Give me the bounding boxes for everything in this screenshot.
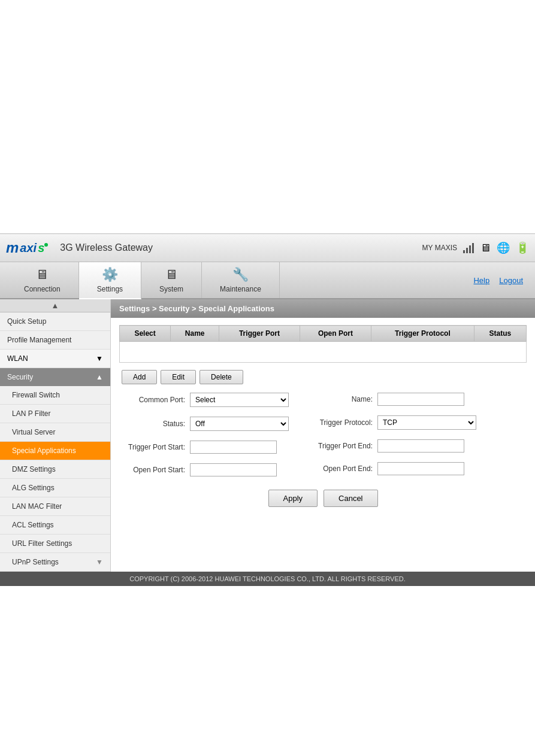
- table-empty-row: [120, 342, 527, 363]
- sidebar-item-virtual-server[interactable]: Virtual Server: [0, 423, 110, 442]
- apply-button[interactable]: Apply: [268, 490, 318, 507]
- col-open-port: Open Port: [300, 326, 371, 342]
- main-layout: ▲ Quick Setup Profile Management WLAN ▼ …: [0, 299, 535, 572]
- open-port-start-row: Open Port Start:: [119, 463, 289, 476]
- edit-button[interactable]: Edit: [161, 370, 196, 384]
- name-input[interactable]: [377, 393, 464, 406]
- nav-right: Help Logout: [473, 262, 529, 298]
- sidebar-item-acl-settings[interactable]: ACL Settings: [0, 516, 110, 535]
- battery-icon: 🔋: [516, 241, 529, 254]
- signal-icon: [463, 243, 474, 253]
- special-applications-form: Common Port: Select FTP HTTP POP3 SMTP T…: [119, 393, 527, 513]
- sidebar-scroll-arrow: ▼: [96, 558, 103, 566]
- my-maxis-label: MY MAXIS: [422, 244, 457, 252]
- header-right: MY MAXIS 🖥 🌐 🔋: [422, 241, 529, 254]
- tab-settings-label: Settings: [97, 285, 123, 293]
- maxis-logo: m axi s: [6, 239, 48, 256]
- open-port-end-label: Open Port End:: [307, 464, 373, 473]
- nav-tabs: 🖥 Connection ⚙️ Settings 🖥 System 🔧 Main…: [0, 262, 535, 299]
- footer: COPYRIGHT (C) 2006-2012 HUAWEI TECHNOLOG…: [0, 572, 535, 586]
- system-icon: 🖥: [165, 267, 178, 283]
- form-col-right: Name: Trigger Protocol: TCP UDP TCP/UDP: [307, 393, 476, 481]
- trigger-port-start-row: Trigger Port Start:: [119, 441, 289, 454]
- col-trigger-port: Trigger Port: [219, 326, 300, 342]
- sidebar-item-wlan[interactable]: WLAN ▼: [0, 350, 110, 368]
- special-applications-table: Select Name Trigger Port Open Port Trigg…: [119, 325, 527, 363]
- logout-link[interactable]: Logout: [499, 276, 523, 285]
- col-select: Select: [120, 326, 171, 342]
- logo-m: m: [6, 239, 19, 256]
- status-row: Status: Off On: [119, 417, 289, 431]
- tab-maintenance[interactable]: 🔧 Maintenance: [202, 262, 280, 298]
- header: m axi s 3G Wireless Gateway MY MAXIS 🖥 🌐…: [0, 233, 535, 262]
- trigger-port-end-input[interactable]: [377, 439, 464, 453]
- cancel-button[interactable]: Cancel: [324, 490, 377, 507]
- sidebar-item-firewall-switch[interactable]: Firewall Switch: [0, 386, 110, 405]
- name-label: Name:: [307, 395, 373, 403]
- tab-maintenance-label: Maintenance: [220, 285, 261, 293]
- trigger-port-end-label: Trigger Port End:: [307, 442, 373, 450]
- sidebar-item-alg-settings[interactable]: ALG Settings: [0, 479, 110, 497]
- add-button[interactable]: Add: [122, 370, 157, 384]
- sidebar-item-dmz-settings[interactable]: DMZ Settings: [0, 460, 110, 479]
- security-collapse-icon: ▲: [96, 373, 103, 381]
- open-port-start-label: Open Port Start:: [119, 466, 185, 474]
- wlan-dropdown-icon: ▼: [96, 354, 103, 363]
- trigger-port-start-label: Trigger Port Start:: [119, 443, 185, 451]
- common-port-label: Common Port:: [119, 396, 185, 404]
- sidebar-item-special-applications[interactable]: Special Applications: [0, 442, 110, 460]
- col-name: Name: [171, 326, 219, 342]
- sidebar-item-url-filter-settings[interactable]: URL Filter Settings: [0, 535, 110, 553]
- table-actions: Add Edit Delete: [122, 370, 527, 384]
- open-port-start-input[interactable]: [190, 463, 277, 476]
- form-row-1: Common Port: Select FTP HTTP POP3 SMTP T…: [119, 393, 527, 481]
- trigger-port-end-row: Trigger Port End:: [307, 439, 476, 453]
- logo-axi: axi: [20, 241, 37, 255]
- status-label: Status:: [119, 420, 185, 428]
- connection-icon: 🖥: [35, 267, 49, 283]
- sidebar: ▲ Quick Setup Profile Management WLAN ▼ …: [0, 299, 111, 572]
- logo-s: s: [38, 241, 44, 255]
- tab-connection[interactable]: 🖥 Connection: [6, 262, 79, 298]
- common-port-row: Common Port: Select FTP HTTP POP3 SMTP T…: [119, 393, 289, 407]
- open-port-end-input[interactable]: [377, 462, 464, 475]
- common-port-select[interactable]: Select FTP HTTP POP3 SMTP Telnet: [190, 393, 289, 407]
- content-area: Settings > Security > Special Applicatio…: [111, 299, 535, 572]
- settings-icon: ⚙️: [102, 267, 118, 283]
- sidebar-item-lan-mac-filter[interactable]: LAN MAC Filter: [0, 497, 110, 516]
- panel: Select Name Trigger Port Open Port Trigg…: [111, 318, 535, 520]
- tab-system[interactable]: 🖥 System: [141, 262, 202, 298]
- trigger-port-start-input[interactable]: [190, 441, 277, 454]
- col-status: Status: [474, 326, 526, 342]
- col-trigger-protocol: Trigger Protocol: [371, 326, 474, 342]
- header-left: m axi s 3G Wireless Gateway: [6, 239, 153, 256]
- sidebar-item-quick-setup[interactable]: Quick Setup: [0, 312, 110, 331]
- tab-settings[interactable]: ⚙️ Settings: [79, 262, 141, 299]
- open-port-end-row: Open Port End:: [307, 462, 476, 475]
- monitor-icon: 🖥: [480, 242, 491, 254]
- delete-button[interactable]: Delete: [200, 370, 243, 384]
- name-row: Name:: [307, 393, 476, 406]
- action-row: Apply Cancel: [119, 490, 527, 513]
- globe-icon: 🌐: [497, 241, 510, 254]
- sidebar-item-lan-p-filter[interactable]: LAN P Filter: [0, 405, 110, 423]
- trigger-protocol-row: Trigger Protocol: TCP UDP TCP/UDP: [307, 415, 476, 430]
- gateway-title: 3G Wireless Gateway: [60, 242, 153, 253]
- sidebar-scroll-up[interactable]: ▲: [0, 299, 110, 312]
- maintenance-icon: 🔧: [232, 267, 249, 283]
- tab-connection-label: Connection: [24, 285, 61, 293]
- breadcrumb: Settings > Security > Special Applicatio…: [111, 299, 535, 318]
- form-col-left: Common Port: Select FTP HTTP POP3 SMTP T…: [119, 393, 289, 481]
- trigger-protocol-label: Trigger Protocol:: [307, 418, 373, 427]
- logo-dot: [44, 243, 48, 247]
- tab-system-label: System: [159, 285, 183, 293]
- help-link[interactable]: Help: [473, 276, 489, 285]
- sidebar-item-profile-management[interactable]: Profile Management: [0, 331, 110, 350]
- sidebar-section-security[interactable]: Security ▲: [0, 368, 110, 386]
- trigger-protocol-select[interactable]: TCP UDP TCP/UDP: [377, 415, 476, 430]
- status-select[interactable]: Off On: [190, 417, 289, 431]
- sidebar-item-upnp-settings[interactable]: UPnP Settings ▼: [0, 553, 110, 572]
